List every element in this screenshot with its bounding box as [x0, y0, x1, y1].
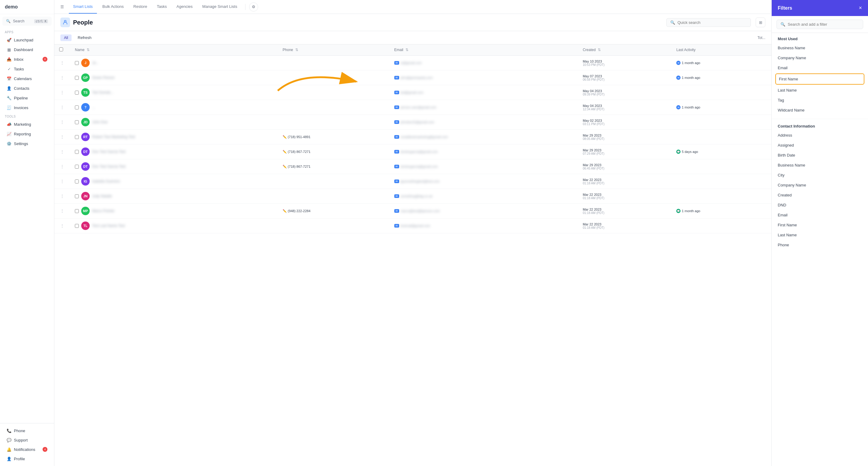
- sidebar-item-launchpad[interactable]: 🚀 Launchpad: [2, 35, 52, 45]
- contact-name[interactable]: Test Last Name Test: [92, 224, 125, 228]
- filter-item-email-2[interactable]: Email: [772, 210, 868, 220]
- row-menu-icon[interactable]: ⋮: [59, 90, 65, 95]
- row-menu-icon[interactable]: ⋮: [59, 194, 65, 199]
- row-select-checkbox[interactable]: [75, 150, 79, 154]
- contact-name[interactable]: Green Person: [92, 76, 115, 80]
- row-select-checkbox[interactable]: [75, 76, 79, 80]
- tab-bulk-actions[interactable]: Bulk Actions: [98, 0, 128, 13]
- filter-item-first-name-2[interactable]: First Name: [772, 220, 868, 230]
- email-cell[interactable]: ✉something@tag.co.uk: [390, 189, 578, 204]
- filter-item-first-name[interactable]: First Name: [775, 74, 864, 85]
- name-cell[interactable]: IG Isabella Guerrero: [70, 174, 278, 189]
- tab-restore[interactable]: Restore: [129, 0, 152, 13]
- email-cell[interactable]: ✉re@gmail.com: [390, 56, 578, 70]
- name-cell[interactable]: TL Test Last Name Test: [70, 219, 278, 233]
- row-select-checkbox[interactable]: [75, 209, 79, 213]
- filter-item-last-name-2[interactable]: Last Name: [772, 230, 868, 240]
- table-row[interactable]: ⋮ IG Isabella Guerrero ✉tgsomethingtest@…: [54, 174, 771, 189]
- sidebar-item-phone[interactable]: 📞 Phone: [2, 426, 52, 435]
- filter-item-wildcard-name[interactable]: Wildcard Name: [772, 105, 868, 115]
- tab-smart-lists[interactable]: Smart Lists: [69, 0, 97, 13]
- contact-name[interactable]: Ted Someb...: [92, 90, 114, 95]
- row-menu-icon[interactable]: ⋮: [59, 179, 65, 184]
- quick-search-bar[interactable]: 🔍: [666, 18, 751, 27]
- settings-gear-icon[interactable]: ⚙: [249, 2, 258, 11]
- email-value[interactable]: something@tag.co.uk: [400, 194, 433, 198]
- contact-name[interactable]: Judy Natalie: [92, 194, 112, 198]
- email-cell[interactable]: ✉testmail@gmail.com: [390, 219, 578, 233]
- row-select-checkbox[interactable]: [75, 135, 79, 139]
- sidebar-item-dashboard[interactable]: ▦ Dashboard: [2, 45, 52, 54]
- sidebar-item-tasks[interactable]: ✓ Tasks: [2, 64, 52, 74]
- table-row[interactable]: ⋮ JD John Doe ✉johndoe15@gmail.com May 0…: [54, 115, 771, 129]
- name-cell[interactable]: DT Don Test Garcia Test: [70, 159, 278, 174]
- table-row[interactable]: ⋮ DT Don Test Garcia Test ✏️ (718) 867-7…: [54, 144, 771, 159]
- contact-name[interactable]: John Doe: [92, 120, 107, 124]
- table-row[interactable]: ⋮ TS Ted Someb... ✉ted@gmail.com May 04 …: [54, 85, 771, 100]
- email-value[interactable]: ronaldtestmarketing@gmail.com: [400, 135, 448, 139]
- sidebar-item-reporting[interactable]: 📈 Reporting: [2, 129, 52, 138]
- row-menu-icon[interactable]: ⋮: [59, 208, 65, 214]
- filter-item-assigned[interactable]: Assigned: [772, 140, 868, 150]
- filter-item-birth-date[interactable]: Birth Date: [772, 150, 868, 160]
- name-cell[interactable]: JD John Doe: [70, 115, 278, 129]
- name-cell[interactable]: ? ...: [70, 100, 278, 115]
- table-row[interactable]: ⋮ DT Don Test Garcia Test ✏️ (718) 867-7…: [54, 159, 771, 174]
- filters-search-input[interactable]: [788, 22, 859, 27]
- email-cell[interactable]: ✉ted@gmail.com: [390, 85, 578, 100]
- refresh-button[interactable]: Refresh: [75, 34, 94, 41]
- row-select-checkbox[interactable]: [75, 106, 79, 109]
- email-cell[interactable]: ✉dontesgarcia@gmail.com: [390, 159, 578, 174]
- filter-item-business-name-2[interactable]: Business Name: [772, 160, 868, 170]
- email-cell[interactable]: ✉tgsomethingtest@test.com: [390, 174, 578, 189]
- email-cell[interactable]: ✉johndoe15@gmail.com: [390, 115, 578, 129]
- created-sort-icon[interactable]: ⇅: [598, 48, 601, 52]
- email-cell[interactable]: ✉dontesgarcia@gmail.com: [390, 144, 578, 159]
- hamburger-icon[interactable]: ☰: [60, 4, 64, 9]
- tab-manage-smart-lists[interactable]: Manage Smart Lists: [198, 0, 242, 13]
- filter-item-company-name[interactable]: Company Name: [772, 53, 868, 63]
- sidebar-item-settings[interactable]: ⚙️ Settings: [2, 139, 52, 148]
- sidebar-item-support[interactable]: 💬 Support: [2, 435, 52, 444]
- row-select-checkbox[interactable]: [75, 194, 79, 198]
- contact-name[interactable]: Don Test Garcia Test: [92, 165, 126, 169]
- table-row[interactable]: ⋮ ? ... ✉person.user@gmail.com May 04 20…: [54, 100, 771, 115]
- row-select-checkbox[interactable]: [75, 179, 79, 183]
- sidebar-item-marketing[interactable]: 📣 Marketing: [2, 120, 52, 129]
- filter-item-company-name-2[interactable]: Company Name: [772, 180, 868, 190]
- row-menu-icon[interactable]: ⋮: [59, 105, 65, 110]
- email-cell[interactable]: ✉ronaldtestmarketing@gmail.com: [390, 129, 578, 144]
- email-value[interactable]: tgsomethingtest@test.com: [400, 179, 440, 183]
- name-cell[interactable]: JN Judy Natalie: [70, 189, 278, 204]
- sidebar-item-invoices[interactable]: 🧾 Invoices: [2, 103, 52, 112]
- filter-item-phone[interactable]: Phone: [772, 240, 868, 250]
- sidebar-item-contacts[interactable]: 👤 Contacts: [2, 84, 52, 93]
- email-value[interactable]: person.user@gmail.com: [400, 106, 436, 109]
- email-value[interactable]: john@greenparty.com: [400, 76, 433, 80]
- email-cell[interactable]: ✉john@greenparty.com: [390, 70, 578, 85]
- select-all-checkbox[interactable]: [59, 48, 63, 51]
- row-select-checkbox[interactable]: [75, 224, 79, 228]
- phone-sort-icon[interactable]: ⇅: [295, 48, 298, 52]
- sidebar-item-calendars[interactable]: 📅 Calendars: [2, 74, 52, 83]
- contact-name[interactable]: Isabella Guerrero: [92, 179, 120, 183]
- row-select-checkbox[interactable]: [75, 91, 79, 95]
- name-cell[interactable]: MP Marco Pointer: [70, 204, 278, 219]
- name-cell[interactable]: GP Green Person: [70, 70, 278, 85]
- filter-item-created[interactable]: Created: [772, 190, 868, 200]
- name-cell[interactable]: DT Don Test Garcia Test: [70, 144, 278, 159]
- row-menu-icon[interactable]: ⋮: [59, 119, 65, 125]
- contact-name[interactable]: Robert Test Marketing Test: [92, 135, 135, 139]
- row-menu-icon[interactable]: ⋮: [59, 223, 65, 229]
- filter-item-tag[interactable]: Tag: [772, 95, 868, 105]
- email-value[interactable]: marco@test@tperson.com: [400, 209, 440, 213]
- quick-search-input[interactable]: [678, 20, 747, 25]
- email-cell[interactable]: ✉marco@test@tperson.com: [390, 204, 578, 219]
- row-menu-icon[interactable]: ⋮: [59, 75, 65, 80]
- tab-all[interactable]: All: [60, 34, 71, 41]
- table-row[interactable]: ⋮ MP Marco Pointer ✏️ (948) 222-2284 ✉ma…: [54, 204, 771, 219]
- email-sort-icon[interactable]: ⇅: [405, 48, 408, 52]
- contact-name[interactable]: Jo...: [92, 61, 99, 65]
- row-select-checkbox[interactable]: [75, 165, 79, 169]
- layout-toggle-button[interactable]: ⊞: [756, 18, 765, 27]
